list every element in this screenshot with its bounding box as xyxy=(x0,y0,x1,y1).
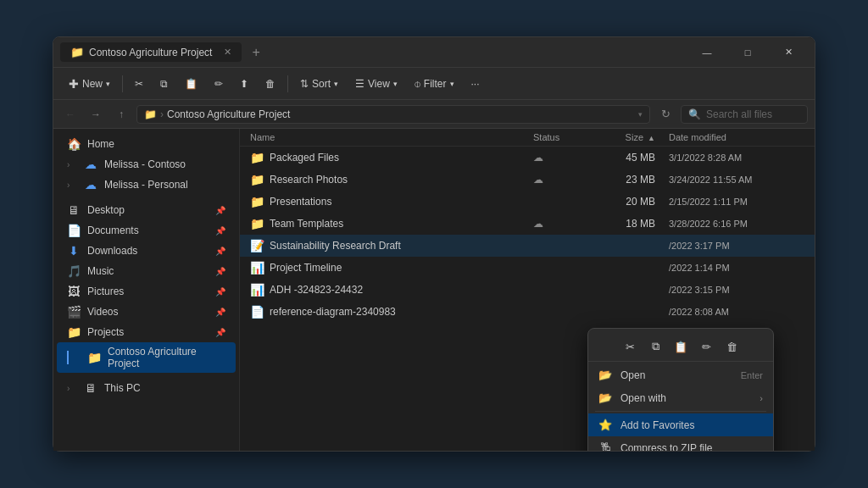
new-tab-button[interactable]: + xyxy=(247,45,264,60)
tab-close-button[interactable]: ✕ xyxy=(224,47,231,58)
sort-icon: ⇅ xyxy=(300,78,309,90)
expand-icon: › xyxy=(67,160,77,169)
context-menu-toolbar: ✂ ⧉ 📋 ✏ 🗑 xyxy=(588,332,773,362)
breadcrumb-path: Contoso Agriculture Project xyxy=(167,108,290,120)
maximize-button[interactable]: □ xyxy=(728,39,767,66)
sidebar-item-downloads[interactable]: ⬇ Downloads 📌 xyxy=(57,241,236,261)
sidebar-item-desktop[interactable]: 🖥 Desktop 📌 xyxy=(57,200,236,220)
cm-cut-button[interactable]: ✂ xyxy=(618,336,642,358)
file-row[interactable]: 📁 Presentations 20 MB 2/15/2022 1:11 PM xyxy=(240,191,815,213)
music-icon: 🎵 xyxy=(67,264,81,278)
cm-delete-button[interactable]: 🗑 xyxy=(720,336,743,358)
docx-icon: 📝 xyxy=(250,239,264,252)
window-controls: — □ ✕ xyxy=(687,39,808,66)
paste-button[interactable]: 📋 xyxy=(178,75,204,93)
search-box[interactable]: 🔍 Search all files xyxy=(681,105,808,124)
file-row-selected[interactable]: 📝 Sustainability Research Draft /2022 3:… xyxy=(240,235,815,257)
cm-open-with[interactable]: 📂 Open with › xyxy=(588,386,773,409)
new-button[interactable]: ✚ New ▾ xyxy=(62,74,117,94)
file-row[interactable]: 📄 reference-diagram-2340983 /2022 8:08 A… xyxy=(240,301,815,323)
title-bar: 📁 Contoso Agriculture Project ✕ + — □ ✕ xyxy=(53,37,815,68)
sidebar-item-melissa-contoso[interactable]: › ☁ Melissa - Contoso xyxy=(57,154,236,175)
pin-icon-music: 📌 xyxy=(215,267,225,276)
sidebar-label-downloads: Downloads xyxy=(87,245,209,257)
sidebar-item-projects[interactable]: 📁 Projects 📌 xyxy=(57,322,236,342)
filter-button[interactable]: ⌽ Filter ▾ xyxy=(408,75,461,93)
cm-paste-button[interactable]: 📋 xyxy=(669,336,693,358)
tab-folder-icon: 📁 xyxy=(70,46,84,58)
view-button[interactable]: ☰ View ▾ xyxy=(348,75,404,93)
cloud-icon-2: ☁ xyxy=(84,178,97,191)
copy-button[interactable]: ⧉ xyxy=(153,75,175,93)
file-row[interactable]: 📁 Packaged Files ☁ 45 MB 3/1/2022 8:28 A… xyxy=(240,147,815,169)
file-name-2: Research Photos xyxy=(270,174,348,186)
cloud-status-icon: ☁ xyxy=(533,152,543,164)
cm-delete-icon: 🗑 xyxy=(726,341,737,353)
file-name: Packaged Files xyxy=(270,152,339,164)
close-button[interactable]: ✕ xyxy=(769,39,808,66)
sidebar-item-melissa-personal[interactable]: › ☁ Melissa - Personal xyxy=(57,175,236,195)
file-icon: 📄 xyxy=(250,305,264,319)
cm-add-favorites[interactable]: ⭐ Add to Favorites xyxy=(588,413,773,436)
pin-icon-pictures: 📌 xyxy=(215,287,225,297)
col-size[interactable]: Size ▲ xyxy=(601,132,669,142)
col-size-label: Size xyxy=(626,132,643,142)
sidebar-label-pictures: Pictures xyxy=(87,286,209,297)
sidebar-label-desktop: Desktop xyxy=(87,204,209,216)
folder-icon-3: 📁 xyxy=(250,195,264,208)
cm-favorites-icon: ⭐ xyxy=(598,419,612,431)
minimize-button[interactable]: — xyxy=(687,39,726,66)
sidebar-label-melissa-personal: Melissa - Personal xyxy=(104,179,225,191)
breadcrumb[interactable]: 📁 › Contoso Agriculture Project ▾ xyxy=(136,105,650,124)
pin-icon-desktop: 📌 xyxy=(215,206,225,215)
this-pc-icon: 🖥 xyxy=(84,381,97,395)
cut-button[interactable]: ✂ xyxy=(128,75,150,93)
col-status[interactable]: Status xyxy=(533,132,601,142)
sidebar-item-home[interactable]: 🏠 Home xyxy=(57,134,236,154)
sort-label: Sort xyxy=(312,78,331,90)
view-icon: ☰ xyxy=(355,78,364,90)
file-row[interactable]: 📁 Research Photos ☁ 23 MB 3/24/2022 11:5… xyxy=(240,169,815,191)
col-name[interactable]: Name xyxy=(250,132,533,142)
pin-icon-projects: 📌 xyxy=(215,328,225,337)
col-name-label: Name xyxy=(250,132,275,142)
delete-button[interactable]: 🗑 xyxy=(259,75,282,93)
up-button[interactable]: ↑ xyxy=(111,104,131,125)
file-row[interactable]: 📊 ADH -324823-24432 /2022 3:15 PM xyxy=(240,279,815,301)
forward-button[interactable]: → xyxy=(86,104,106,125)
sidebar-item-music[interactable]: 🎵 Music 📌 xyxy=(57,261,236,281)
pictures-icon: 🖼 xyxy=(67,285,81,298)
col-date[interactable]: Date modified xyxy=(669,132,804,142)
paste-icon: 📋 xyxy=(185,78,198,90)
file-size-3: 20 MB xyxy=(626,196,655,208)
cm-open[interactable]: 📂 Open Enter xyxy=(588,363,773,386)
cm-compress[interactable]: 🗜 Compress to ZIP file xyxy=(588,436,773,451)
view-dropdown-icon: ▾ xyxy=(393,80,398,88)
col-status-label: Status xyxy=(533,132,559,142)
filter-label: Filter xyxy=(424,78,447,90)
sidebar-item-this-pc[interactable]: › 🖥 This PC xyxy=(57,378,236,398)
sidebar-item-pictures[interactable]: 🖼 Pictures 📌 xyxy=(57,281,236,302)
refresh-button[interactable]: ↻ xyxy=(655,104,676,125)
projects-icon: 📁 xyxy=(67,325,81,339)
cm-open-with-icon: 📂 xyxy=(598,391,612,404)
file-row[interactable]: 📊 Project Timeline /2022 1:14 PM xyxy=(240,257,815,279)
window-tab[interactable]: 📁 Contoso Agriculture Project ✕ xyxy=(60,42,242,62)
sort-button[interactable]: ⇅ Sort ▾ xyxy=(293,75,345,93)
back-button[interactable]: ← xyxy=(60,104,81,125)
cm-copy-button[interactable]: ⧉ xyxy=(643,336,667,358)
more-button[interactable]: ··· xyxy=(465,75,487,93)
search-placeholder: Search all files xyxy=(706,108,772,120)
desktop-icon: 🖥 xyxy=(67,203,81,217)
sort-arrow-icon: ▲ xyxy=(648,134,655,142)
sidebar-item-videos[interactable]: 🎬 Videos 📌 xyxy=(57,302,236,322)
rename-button[interactable]: ✏ xyxy=(208,75,230,93)
share-button[interactable]: ⬆ xyxy=(233,75,255,93)
sidebar-item-documents[interactable]: 📄 Documents 📌 xyxy=(57,220,236,241)
sidebar-item-contoso-project[interactable]: 📁 Contoso Agriculture Project xyxy=(57,342,236,373)
home-icon: 🏠 xyxy=(67,137,81,151)
cm-favorites-label: Add to Favorites xyxy=(620,419,763,431)
cm-rename-button[interactable]: ✏ xyxy=(694,336,718,358)
cm-compress-icon: 🗜 xyxy=(598,441,612,451)
file-row[interactable]: 📁 Team Templates ☁ 18 MB 3/28/2022 6:16 … xyxy=(240,213,815,235)
